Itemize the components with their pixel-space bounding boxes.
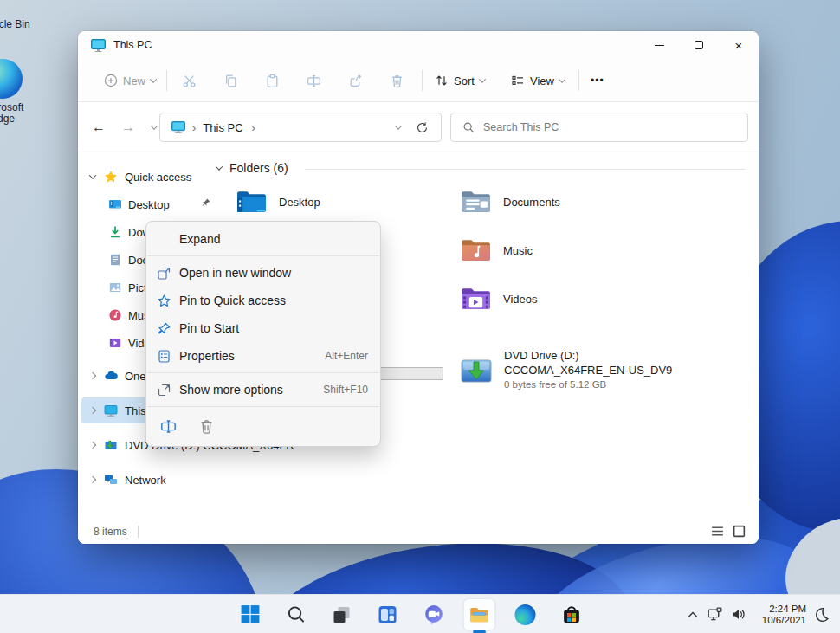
maximize-button[interactable]	[679, 31, 719, 59]
folder-tile-documents[interactable]: Documents	[460, 189, 560, 215]
share-button[interactable]	[348, 59, 363, 102]
delete-button[interactable]	[390, 59, 404, 102]
desktop-icon-edge[interactable]: Microsoft Edge	[0, 59, 37, 125]
dvd-drive-icon	[104, 438, 118, 452]
folders-group-header[interactable]: Folders (6)	[216, 161, 288, 175]
pictures-icon	[108, 281, 122, 294]
folder-tile-label: Desktop	[279, 196, 320, 209]
rename-icon	[307, 74, 321, 88]
search-button[interactable]	[281, 599, 312, 630]
taskbar-clock[interactable]: 2:24 PM 10/6/2021	[762, 604, 806, 626]
delete-action-button[interactable]	[193, 414, 219, 438]
dvd-free-space: 0 bytes free of 5.12 GB	[504, 378, 672, 391]
rename-icon	[160, 418, 177, 435]
chat-button[interactable]	[418, 599, 449, 630]
toolbar-separator	[578, 70, 579, 91]
more-options-button[interactable]: •••	[591, 59, 604, 102]
menu-item-open-in-new-window[interactable]: Open in new window	[146, 259, 380, 287]
paste-button[interactable]	[265, 59, 280, 102]
view-label: View	[530, 74, 554, 87]
sidebar-item-network[interactable]: Network	[81, 467, 293, 493]
window-title: This PC	[113, 39, 152, 51]
moon-icon	[813, 606, 830, 623]
toolbar-separator	[422, 70, 423, 91]
file-explorer-taskbar-button[interactable]	[464, 599, 495, 630]
forward-button[interactable]: →	[116, 115, 140, 139]
sort-button[interactable]: Sort	[435, 59, 485, 102]
chevron-down-icon	[89, 171, 96, 178]
navigation-bar: ← → ↑ › This PC ›	[78, 102, 759, 152]
breadcrumb-separator: ›	[192, 121, 196, 134]
large-icons-view-icon[interactable]	[732, 524, 746, 539]
edge-taskbar-button[interactable]	[510, 599, 541, 630]
chevron-right-icon	[89, 372, 96, 379]
breadcrumb-this-pc[interactable]: This PC	[203, 121, 242, 134]
desktop-icon-recycle-bin[interactable]: Recycle Bin	[0, 0, 37, 30]
start-button[interactable]	[235, 599, 266, 630]
close-button[interactable]: ×	[719, 31, 759, 59]
tray-overflow-button[interactable]	[686, 608, 700, 622]
drive-tile-dvd[interactable]: DVD Drive (D:) CCCOMA_X64FRE_EN-US_DV9 0…	[460, 349, 672, 391]
document-icon	[108, 253, 122, 267]
star-outline-icon	[157, 294, 171, 308]
desktop-folder-icon	[108, 197, 122, 211]
refresh-icon[interactable]	[416, 121, 429, 134]
details-view-icon[interactable]	[710, 524, 725, 539]
cut-icon	[182, 74, 197, 88]
chevron-down-icon	[479, 75, 486, 82]
back-button[interactable]: ←	[87, 115, 111, 139]
view-button[interactable]: View	[511, 59, 565, 102]
search-icon	[462, 121, 475, 133]
store-taskbar-button[interactable]	[556, 599, 587, 630]
system-tray: 2:24 PM 10/6/2021	[686, 595, 840, 633]
copy-button[interactable]	[223, 59, 238, 102]
sort-icon	[435, 74, 449, 87]
chevron-down-icon	[150, 75, 157, 82]
new-button[interactable]: New	[104, 59, 156, 102]
pin-outline-icon	[157, 321, 171, 336]
plus-circle-icon	[104, 74, 118, 87]
dvd-name: DVD Drive (D:)	[504, 349, 672, 362]
task-view-icon	[332, 604, 352, 625]
group-divider	[305, 169, 745, 170]
chevron-right-icon	[89, 442, 96, 449]
folder-tile-videos[interactable]: Videos	[460, 286, 538, 312]
status-bar: 8 items	[78, 520, 759, 544]
chat-icon	[423, 604, 444, 625]
task-view-button[interactable]	[326, 599, 358, 630]
address-dropdown-icon[interactable]	[395, 122, 402, 129]
rename-action-button[interactable]	[155, 414, 181, 438]
menu-separator	[147, 406, 379, 407]
rename-button[interactable]	[307, 59, 321, 102]
cut-button[interactable]	[182, 59, 197, 102]
network-tray-button[interactable]	[707, 606, 723, 623]
downloads-icon	[108, 225, 122, 239]
widgets-icon	[378, 604, 398, 625]
chevron-right-icon	[89, 407, 96, 414]
title-bar[interactable]: This PC ×	[78, 31, 759, 59]
menu-item-properties[interactable]: Properties Alt+Enter	[146, 342, 380, 370]
address-bar[interactable]: › This PC ›	[159, 113, 442, 142]
menu-item-pin-to-start[interactable]: Pin to Start	[146, 314, 380, 342]
search-box[interactable]	[450, 113, 748, 142]
music-folder-icon	[460, 237, 492, 263]
widgets-button[interactable]	[372, 599, 404, 630]
minimize-button[interactable]	[639, 31, 679, 59]
chevron-up-icon	[686, 608, 700, 622]
volume-tray-button[interactable]	[730, 606, 746, 623]
focus-assist-button[interactable]	[813, 606, 830, 623]
menu-quick-actions	[146, 410, 380, 442]
menu-item-pin-to-quick-access[interactable]: Pin to Quick access	[146, 287, 380, 314]
folder-tile-music[interactable]: Music	[460, 237, 533, 263]
search-input[interactable]	[483, 121, 747, 133]
windows-start-icon	[239, 604, 261, 625]
menu-item-show-more-options[interactable]: Show more options Shift+F10	[146, 376, 380, 404]
this-pc-monitor-icon	[104, 404, 118, 417]
menu-item-label: Show more options	[179, 383, 283, 397]
taskbar: 2:24 PM 10/6/2021	[0, 594, 840, 633]
edge-icon	[515, 604, 536, 625]
menu-item-expand[interactable]: Expand	[146, 225, 380, 253]
this-pc-icon	[171, 121, 185, 133]
folder-tile-desktop[interactable]: Desktop	[236, 189, 320, 215]
menu-separator	[147, 372, 379, 373]
